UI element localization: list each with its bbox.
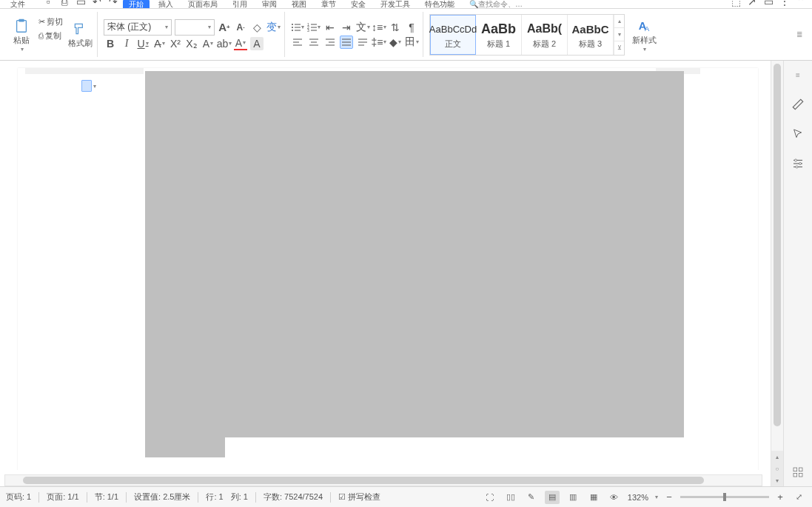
horizontal-scrollbar[interactable] (4, 474, 762, 486)
font-color-button[interactable]: A▾ (234, 37, 247, 50)
copy-button[interactable]: ⎙复制 (37, 30, 64, 42)
print-icon[interactable]: ⎙ (58, 0, 71, 8)
paste-button[interactable]: 粘贴▾ (9, 14, 34, 56)
phonetic-icon[interactable]: 变▾ (266, 21, 280, 34)
read-mode-icon[interactable]: ▯▯ (503, 491, 518, 504)
outline-view-icon[interactable]: ▥ (566, 491, 580, 504)
zoom-out-button[interactable]: − (664, 492, 674, 503)
status-page[interactable]: 页面: 1/1 (47, 491, 78, 503)
fit-screen-icon[interactable]: ⤢ (791, 491, 806, 504)
status-spellcheck[interactable]: ☑ 拼写检查 (338, 491, 380, 503)
status-row[interactable]: 行: 1 (206, 491, 223, 503)
decrease-font-icon[interactable]: A- (234, 21, 247, 34)
font-size-select[interactable]: ▾ (175, 19, 215, 36)
text-effect-button[interactable]: A▾ (201, 37, 215, 50)
tab-insert[interactable]: 插入 (152, 0, 179, 8)
style-more-icon[interactable]: ⊻ (614, 41, 624, 54)
char-shading-button[interactable]: A (250, 37, 264, 50)
status-position[interactable]: 设置值: 2.5厘米 (134, 491, 190, 503)
text-direction-button[interactable]: 文▾ (356, 21, 369, 34)
preview-icon[interactable]: ▭ (74, 0, 87, 8)
align-justify-button[interactable] (340, 36, 353, 49)
grid-icon[interactable] (790, 464, 806, 480)
share-icon[interactable]: ↗ (745, 0, 759, 8)
style-heading3[interactable]: AaBbC 标题 3 (568, 15, 614, 55)
style-down-icon[interactable]: ▾ (614, 28, 624, 41)
scroll-down-icon[interactable]: ▾ (771, 474, 783, 486)
ribbon-collapse-icon[interactable]: ≣ (793, 28, 806, 41)
save-icon[interactable]: ▫ (41, 0, 55, 8)
cut-button[interactable]: ✂剪切 (37, 16, 64, 28)
decrease-indent-button[interactable]: ⇤ (323, 21, 337, 34)
style-heading2[interactable]: AaBb( 标题 2 (522, 15, 568, 55)
style-normal[interactable]: AaBbCcDd 正文 (430, 15, 476, 55)
align-center-button[interactable] (307, 36, 321, 49)
increase-font-icon[interactable]: A+ (218, 21, 231, 34)
tab-dev[interactable]: 开发工具 (375, 0, 416, 8)
style-heading1[interactable]: AaBb 标题 1 (476, 15, 522, 55)
window-icon[interactable]: ▭ (762, 0, 775, 8)
bullet-list-button[interactable]: ▾ (291, 21, 304, 34)
pen-icon[interactable] (790, 96, 806, 113)
tab-security[interactable]: 安全 (345, 0, 372, 8)
sidepanel-toggle-icon[interactable]: ≡ (790, 67, 806, 83)
status-page-code[interactable]: 页码: 1 (6, 491, 31, 503)
scroll-mid-icon[interactable]: ○ (771, 463, 783, 474)
subscript-button[interactable]: X₂ (185, 37, 198, 50)
increase-indent-button[interactable]: ⇥ (340, 21, 353, 34)
font-name-select[interactable]: 宋体 (正文)▾ (104, 19, 172, 36)
command-search[interactable]: 🔍查找命令、… (463, 0, 529, 8)
select-icon[interactable] (790, 126, 806, 142)
status-section[interactable]: 节: 1/1 (95, 491, 118, 503)
style-up-icon[interactable]: ▴ (614, 15, 624, 28)
para-spacing-button[interactable]: ‡≡▾ (372, 36, 386, 49)
zoom-in-button[interactable]: + (775, 492, 785, 503)
document-page[interactable]: ▾ (18, 68, 758, 470)
more-icon[interactable]: ⋮ (778, 0, 791, 8)
shading-button[interactable]: ◆▾ (389, 36, 402, 49)
undo-icon[interactable]: ↶ (90, 0, 104, 8)
show-marks-button[interactable]: ¶ (405, 21, 418, 34)
tab-special[interactable]: 特色功能 (419, 0, 460, 8)
italic-button[interactable]: I (120, 37, 133, 50)
page-indicator[interactable]: ▾ (81, 80, 96, 92)
embedded-object[interactable] (145, 71, 684, 437)
cloud-icon[interactable]: ⬚ (729, 0, 742, 8)
tab-start[interactable]: 开始 (123, 0, 150, 8)
vertical-scrollbar[interactable]: ▴ ○ ▾ (771, 61, 783, 486)
status-words[interactable]: 字数: 7524/7524 (264, 491, 323, 503)
tab-file[interactable]: 文件 (4, 0, 31, 8)
zoom-knob[interactable] (723, 493, 726, 501)
align-right-button[interactable] (323, 36, 337, 49)
borders-button[interactable]: 田▾ (405, 36, 418, 49)
scroll-up-icon[interactable]: ▴ (771, 451, 783, 463)
format-painter-button[interactable]: 格式刷 (67, 14, 93, 56)
tab-layout[interactable]: 页面布局 (182, 0, 224, 8)
settings-icon[interactable] (790, 155, 806, 172)
web-view-icon[interactable]: ▦ (586, 491, 601, 504)
zoom-value[interactable]: 132% (628, 493, 648, 502)
sort-button[interactable]: ⇅ (389, 21, 402, 34)
bold-button[interactable]: B (104, 37, 117, 50)
line-spacing-button[interactable]: ↕≡▾ (372, 21, 386, 34)
underline-button[interactable]: U▾ (136, 37, 150, 50)
vscroll-thumb[interactable] (774, 64, 781, 426)
align-left-button[interactable] (291, 36, 304, 49)
redo-icon[interactable]: ↷ (107, 0, 120, 8)
edit-mode-icon[interactable]: ✎ (524, 491, 539, 504)
page-view-icon[interactable]: ▤ (545, 491, 560, 504)
tab-section[interactable]: 章节 (315, 0, 342, 8)
zoom-slider[interactable] (680, 496, 769, 498)
superscript-button[interactable]: X² (169, 37, 182, 50)
highlight-button[interactable]: ab▾ (218, 37, 231, 50)
eye-protect-icon[interactable]: 👁 (607, 491, 622, 504)
number-list-button[interactable]: 123▾ (307, 21, 321, 34)
strike-button[interactable]: A̶▾ (152, 37, 166, 50)
tab-review[interactable]: 审阅 (256, 0, 283, 8)
align-distribute-button[interactable] (356, 36, 369, 49)
expand-icon[interactable]: ⌃ (794, 0, 808, 8)
status-col[interactable]: 列: 1 (231, 491, 248, 503)
new-style-button[interactable]: AA 新样式▾ (628, 14, 660, 56)
hscroll-thumb[interactable] (23, 477, 704, 484)
fullscreen-icon[interactable]: ⛶ (483, 491, 497, 504)
